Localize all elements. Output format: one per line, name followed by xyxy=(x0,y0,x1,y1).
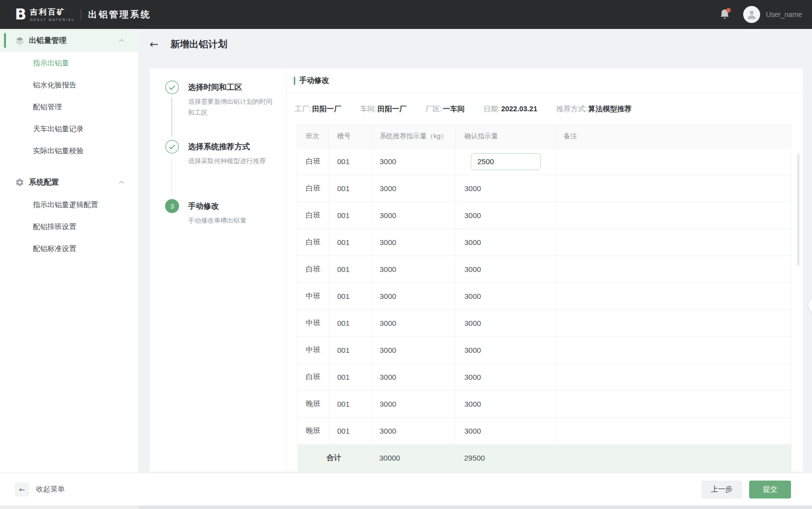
submenu-aluminum-output: 指示出铝量 铝水化验报告 配铝管理 天车出铝量记录 实际出铝量校验 xyxy=(0,52,138,162)
chevron-up-icon xyxy=(119,39,124,42)
step-desc: 手动修改单槽出铝量 xyxy=(188,215,277,226)
confirmed-cell: 3000 xyxy=(456,256,555,283)
check-icon xyxy=(165,140,179,154)
recommended-cell: 3000 xyxy=(371,283,456,310)
total-confirmed: 29500 xyxy=(456,445,555,472)
recommended-cell: 3000 xyxy=(371,391,456,418)
table-row: 白班00130003000 xyxy=(297,364,792,391)
sidebar-item-crane-record[interactable]: 天车出铝量记录 xyxy=(0,118,138,140)
meta-value: 一车间 xyxy=(443,105,465,113)
meta-label: 车间: xyxy=(360,105,377,113)
sidebar-section-label: 出铝量管理 xyxy=(29,36,66,45)
layers-icon xyxy=(15,36,24,45)
sidebar-section-system-config[interactable]: 系统配置 xyxy=(0,171,138,194)
back-arrow-icon[interactable]: ← xyxy=(150,39,159,50)
table-row: 白班00130003000 xyxy=(297,256,792,283)
col-slot: 槽号 xyxy=(329,125,371,148)
shift-cell: 白班 xyxy=(297,202,329,229)
plan-table: 班次 槽号 系统推荐指示量（kg） 确认指示量 备注 白班0013000白班00… xyxy=(297,124,792,472)
brand-logo-icon: B xyxy=(15,7,26,22)
table-row: 晚班00130003000 xyxy=(297,418,792,445)
step-1: 选择时间和工区 选择需要新增出铝计划的时间和工区 xyxy=(165,80,277,118)
sidebar-section-aluminum-output[interactable]: 出铝量管理 xyxy=(0,29,138,52)
table-row: 白班00130003000 xyxy=(297,202,792,229)
slot-cell: 001 xyxy=(329,229,371,256)
sidebar-item-shift-config[interactable]: 配铝排班设置 xyxy=(0,216,138,238)
bottom-edge-strip-left xyxy=(0,506,139,509)
recommended-cell: 3000 xyxy=(371,310,456,337)
confirmed-amount-input[interactable] xyxy=(471,153,541,170)
submit-button[interactable]: 提交 xyxy=(749,481,791,499)
notification-bell-icon[interactable] xyxy=(719,8,730,20)
remark-cell xyxy=(555,418,792,445)
plan-meta-row: 工厂:田阳一厂 车间:田阳一厂 厂区:一车间 日期:2022.03.21 推荐方… xyxy=(287,93,803,124)
step-3: 3 手动修改 手动修改单槽出铝量 xyxy=(165,199,277,226)
table-row: 白班00130003000 xyxy=(297,229,792,256)
brand-block: 吉利百矿 GEELY MATERIAL xyxy=(30,7,75,21)
step-title: 选择时间和工区 xyxy=(188,82,277,93)
floating-widget[interactable] xyxy=(809,297,812,314)
page-title: 新增出铝计划 xyxy=(171,38,227,51)
bottom-edge-strip xyxy=(0,506,812,509)
brand-subtitle: GEELY MATERIAL xyxy=(30,18,75,21)
remark-cell xyxy=(555,364,792,391)
table-row: 白班00130003000 xyxy=(297,175,792,202)
section-title: 手动修改 xyxy=(299,76,329,85)
remark-cell xyxy=(555,256,792,283)
meta-label: 日期: xyxy=(484,105,500,113)
recommended-cell: 3000 xyxy=(371,337,456,364)
step-title: 选择系统推荐方式 xyxy=(188,142,277,152)
total-row: 合计 30000 29500 xyxy=(297,445,792,472)
collapse-arrow-icon: ← xyxy=(19,486,25,494)
slot-cell: 001 xyxy=(329,175,371,202)
collapse-menu-button[interactable]: ← xyxy=(15,483,29,497)
recommended-cell: 3000 xyxy=(371,229,456,256)
meta-label: 工厂: xyxy=(295,105,311,113)
confirmed-cell: 3000 xyxy=(456,283,555,310)
confirmed-cell: 3000 xyxy=(456,310,555,337)
step-number-badge: 3 xyxy=(165,199,179,213)
sidebar-item-actual-check[interactable]: 实际出铝量校验 xyxy=(0,140,138,162)
sidebar-item-standard-config[interactable]: 配铝标准设置 xyxy=(0,238,138,259)
confirmed-cell: 3000 xyxy=(456,202,555,229)
app-title: 出铝管理系统 xyxy=(88,8,151,20)
remark-cell xyxy=(555,175,792,202)
step-connector xyxy=(172,97,172,137)
total-recommended: 30000 xyxy=(371,445,456,472)
recommended-cell: 3000 xyxy=(371,364,456,391)
chevron-up-icon xyxy=(119,181,124,184)
sidebar-item-indicated-output[interactable]: 指示出铝量 xyxy=(0,52,138,74)
slot-cell: 001 xyxy=(329,148,371,175)
slot-cell: 001 xyxy=(329,256,371,283)
total-remark xyxy=(555,445,792,472)
submenu-system-config: 指示出铝量逻辑配置 配铝排班设置 配铝标准设置 xyxy=(0,194,138,259)
step-2: 选择系统推荐方式 选择采取何种模型进行推荐 xyxy=(165,140,277,167)
sidebar-item-logic-config[interactable]: 指示出铝量逻辑配置 xyxy=(0,194,138,216)
recommended-cell: 3000 xyxy=(371,148,456,175)
check-icon xyxy=(165,80,179,94)
sidebar-item-allocation-mgmt[interactable]: 配铝管理 xyxy=(0,96,138,118)
sidebar-item-assay-report[interactable]: 铝水化验报告 xyxy=(0,74,138,96)
previous-step-button[interactable]: 上一步 xyxy=(701,481,742,499)
slot-cell: 001 xyxy=(329,310,371,337)
remark-cell xyxy=(555,391,792,418)
recommended-cell: 3000 xyxy=(371,256,456,283)
collapse-menu-label[interactable]: 收起菜单 xyxy=(36,485,65,494)
slot-cell: 001 xyxy=(329,418,371,445)
manual-edit-panel: 手动修改 工厂:田阳一厂 车间:田阳一厂 厂区:一车间 日期:2022.03.2… xyxy=(287,68,803,472)
confirmed-cell: 3000 xyxy=(456,175,555,202)
col-shift: 班次 xyxy=(297,125,329,148)
steps-panel: 选择时间和工区 选择需要新增出铝计划的时间和工区 选择系统推荐方式 选择采取何种… xyxy=(150,68,287,472)
slot-cell: 001 xyxy=(329,337,371,364)
avatar[interactable] xyxy=(743,6,760,23)
slot-cell: 001 xyxy=(329,283,371,310)
table-header-row: 班次 槽号 系统推荐指示量（kg） 确认指示量 备注 xyxy=(297,125,792,148)
shift-cell: 白班 xyxy=(297,148,329,175)
table-row: 白班0013000 xyxy=(297,148,792,175)
username[interactable]: User_name xyxy=(766,10,802,18)
shift-cell: 中班 xyxy=(297,310,329,337)
table-scrollbar-thumb[interactable] xyxy=(797,154,800,266)
col-recommended: 系统推荐指示量（kg） xyxy=(371,125,456,148)
meta-value: 2022.03.21 xyxy=(501,105,538,113)
meta-value: 田阳一厂 xyxy=(378,105,406,113)
